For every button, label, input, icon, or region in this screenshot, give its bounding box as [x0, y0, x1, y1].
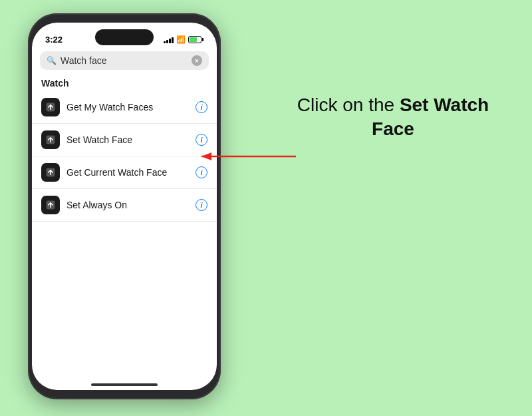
status-icons: 📶 [164, 35, 203, 44]
section-header: Watch [32, 75, 217, 91]
instruction-text: Click on the Set Watch Face [283, 93, 503, 142]
home-indicator [91, 383, 158, 386]
search-bar[interactable]: 🔍 Watch face × [40, 51, 209, 70]
item-label: Get My Watch Faces [66, 102, 196, 112]
shortcut-icon [41, 163, 60, 182]
battery-icon [188, 36, 203, 43]
item-label: Get Current Watch Face [66, 167, 196, 178]
info-button[interactable]: i [196, 134, 207, 146]
list-item[interactable]: Get My Watch Faces i [32, 91, 217, 124]
search-input[interactable]: Watch face [61, 55, 188, 66]
item-label: Set Always On [66, 200, 196, 210]
list-item-set-watch-face[interactable]: Set Watch Face i [32, 124, 217, 156]
info-button[interactable]: i [196, 199, 207, 211]
signal-icon [164, 37, 174, 43]
shortcut-icon [41, 98, 60, 116]
list-item[interactable]: Set Always On i [32, 189, 217, 222]
instruction-prefix: Click on the [297, 95, 400, 115]
shortcut-icon [41, 130, 60, 149]
info-button[interactable]: i [196, 101, 207, 113]
status-time: 3:22 [45, 35, 63, 45]
search-icon: 🔍 [47, 56, 57, 65]
phone-outer: 3:22 📶 🔍 Watch face [28, 13, 221, 399]
dynamic-island [95, 29, 154, 45]
info-button[interactable]: i [196, 166, 207, 178]
phone-screen: 3:22 📶 🔍 Watch face [32, 23, 217, 390]
wifi-icon: 📶 [176, 35, 186, 44]
search-clear-button[interactable]: × [192, 55, 202, 66]
shortcut-icon [41, 196, 60, 214]
phone-mockup: 3:22 📶 🔍 Watch face [28, 13, 221, 399]
item-label: Set Watch Face [66, 134, 196, 145]
list-item[interactable]: Get Current Watch Face i [32, 156, 217, 189]
